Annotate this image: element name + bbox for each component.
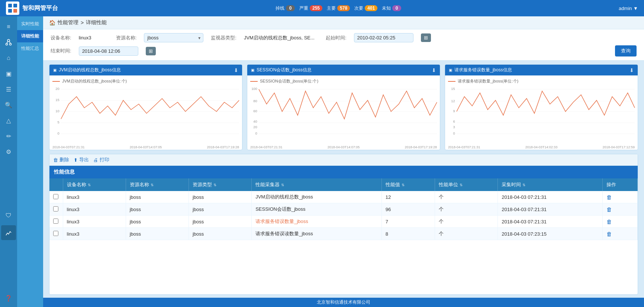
sub-item-detail[interactable]: 详细性能 [17, 30, 43, 42]
row-value-4: 8 [381, 228, 435, 240]
row-unit-1: 个 [435, 191, 498, 203]
th-value[interactable]: 性能值⇅ [381, 178, 435, 191]
print-icon: 🖨 [93, 157, 98, 163]
start-time-input[interactable] [354, 33, 413, 42]
alert-label-offline: 掉线 [276, 5, 284, 12]
breadcrumb-module: 性能管理 [58, 19, 78, 26]
alert-label-critical: 严重 [299, 5, 308, 12]
delete-btn[interactable]: 🗑 删除 [53, 156, 69, 163]
export-icon: ⬆ [74, 157, 78, 163]
table-area: 🗑 删除 ⬆ 导出 🖨 打印 性能信息 设 [49, 154, 638, 295]
row-checkbox-3[interactable] [49, 216, 63, 228]
start-calendar-btn[interactable]: ⊞ [421, 33, 431, 42]
sidebar-item-help[interactable]: ❓ [1, 291, 16, 306]
sub-item-realtime[interactable]: 实时性能 [17, 18, 43, 30]
table-toolbar: 🗑 删除 ⬆ 导出 🖨 打印 [49, 154, 638, 166]
row-checkbox-1[interactable] [49, 191, 63, 203]
chart-error-download[interactable]: ⬇ [629, 67, 634, 73]
chart-session-x1: 2018-04-03T07:21:31 [250, 145, 283, 149]
row-action-2[interactable]: 🗑 [603, 203, 638, 216]
alert-item-major[interactable]: 主要 578 [327, 5, 350, 12]
row-rtype-3: jboss [189, 216, 251, 228]
th-resource-type[interactable]: 资源类型⇅ [189, 178, 251, 191]
th-time[interactable]: 采集时间⇅ [498, 178, 603, 191]
sidebar-item-monitor[interactable]: ▣ [1, 66, 16, 81]
chart-jvm-x1: 2018-04-03T07:21:31 [52, 145, 85, 149]
sidebar-item-list[interactable]: ☰ [1, 82, 16, 97]
device-label: 设备名称: [51, 35, 71, 41]
row-action-1[interactable]: 🗑 [603, 191, 638, 203]
alert-item-critical[interactable]: 严重 255 [299, 5, 322, 12]
home-icon: 🏠 [49, 20, 55, 26]
row-checkbox-2[interactable] [49, 203, 63, 216]
row-delete-icon-3[interactable]: 🗑 [606, 219, 612, 225]
th-action: 操作 [603, 178, 638, 191]
svg-text:15: 15 [55, 98, 59, 102]
alert-item-minor[interactable]: 次要 401 [354, 5, 377, 12]
sidebar-item-search[interactable]: 🔍 [1, 97, 16, 112]
svg-text:10: 10 [55, 109, 59, 113]
row-action-3[interactable]: 🗑 [603, 216, 638, 228]
chart-session-x3: 2018-04-03T17:19:28 [405, 145, 437, 149]
row-collector-1: JVM启动的线程总数_jboss [252, 191, 382, 203]
user-menu[interactable]: admin ▼ [619, 6, 638, 11]
query-btn[interactable]: 查询 [615, 45, 637, 56]
row-unit-2: 个 [435, 203, 498, 216]
print-btn[interactable]: 🖨 打印 [93, 156, 109, 163]
row-delete-icon-1[interactable]: 🗑 [606, 194, 612, 200]
sidebar-item-menu[interactable]: ≡ [1, 19, 16, 34]
resource-select[interactable]: jboss [144, 33, 203, 42]
sidebar-item-security[interactable]: 🛡 [1, 210, 16, 224]
row-rtype-4: jboss [189, 228, 251, 240]
export-label: 导出 [79, 156, 89, 163]
monitor-label: 监视器类型: [211, 35, 236, 41]
th-unit[interactable]: 性能单位⇅ [435, 178, 498, 191]
table-scroll[interactable]: 设备名称⇅ 资源名称⇅ 资源类型⇅ 性能采集器⇅ 性能值⇅ 性能单位⇅ 采集时间… [49, 178, 638, 294]
row-delete-icon-2[interactable]: 🗑 [606, 206, 612, 213]
sidebar-item-topology[interactable] [1, 35, 16, 50]
svg-point-5 [6, 43, 8, 45]
alert-label-minor: 次要 [354, 5, 363, 12]
table-title: 性能信息 [49, 166, 638, 178]
alert-item-unknown[interactable]: 未知 0 [382, 5, 401, 12]
alert-item-offline[interactable]: 掉线 0 [276, 5, 295, 12]
th-device[interactable]: 设备名称⇅ [63, 178, 126, 191]
sub-item-summary[interactable]: 性能汇总 [17, 42, 43, 55]
chart-jvm-download[interactable]: ⬇ [234, 67, 238, 73]
logo-area: 智和网管平台 [6, 1, 58, 15]
content-area: 🏠 性能管理 > 详细性能 设备名称: linux3 资源名称: jboss 监… [43, 16, 644, 307]
chart-session-svg: 100 80 60 40 20 0 [250, 85, 437, 145]
row-action-4[interactable]: 🗑 [603, 228, 638, 240]
svg-text:40: 40 [253, 120, 257, 123]
resource-select-wrapper[interactable]: jboss [144, 33, 203, 42]
sidebar-item-performance[interactable] [1, 225, 16, 240]
chart-jvm-title: JVM启动的线程总数_jboss信息 [59, 67, 121, 73]
row-rtype-2: jboss [189, 203, 251, 216]
sidebar-item-home[interactable]: ⌂ [1, 51, 16, 65]
legend-line-error [448, 81, 455, 82]
th-collector[interactable]: 性能采集器⇅ [252, 178, 382, 191]
chart-session-download[interactable]: ⬇ [432, 67, 436, 73]
chart-session-body: SESSION会话数_jboss(单位:个) 100 80 60 40 20 0 [247, 75, 440, 150]
sidebar-item-alarm[interactable]: △ [1, 113, 16, 128]
row-value-1: 12 [381, 191, 435, 203]
svg-line-7 [7, 42, 8, 43]
sidebar-item-edit[interactable]: ✏ [1, 129, 16, 143]
logo-icon [6, 1, 19, 15]
start-label: 起始时间: [326, 35, 347, 41]
row-time-4: 2018-04-03 07:23:15 [498, 228, 603, 240]
sub-sidebar: 实时性能 详细性能 性能汇总 [17, 16, 43, 307]
sidebar-item-settings[interactable]: ⚙ [1, 144, 16, 159]
svg-line-8 [9, 42, 10, 43]
row-checkbox-4[interactable] [49, 228, 63, 240]
row-resource-1: jboss [126, 191, 189, 203]
row-delete-icon-4[interactable]: 🗑 [606, 231, 612, 237]
end-time-input[interactable] [79, 46, 138, 56]
row-resource-4: jboss [126, 228, 189, 240]
end-calendar-btn[interactable]: ⊞ [146, 47, 156, 55]
top-header: 智和网管平台 掉线 0 严重 255 主要 578 次要 401 未知 0 ad… [0, 0, 644, 16]
export-btn[interactable]: ⬆ 导出 [74, 156, 89, 163]
chart-session-x2: 2018-04-03T14:07:05 [328, 145, 360, 149]
end-label: 结束时间: [51, 48, 71, 54]
th-resource[interactable]: 资源名称⇅ [126, 178, 189, 191]
